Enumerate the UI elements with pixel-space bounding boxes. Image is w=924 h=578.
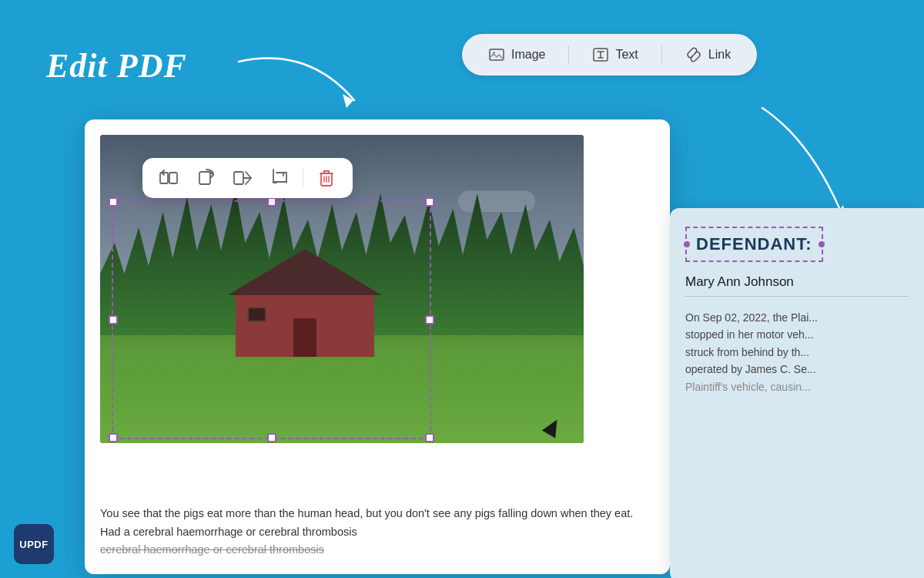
pdf-body-text: You see that the pigs eat more than the … <box>100 505 654 559</box>
toolbar-link-button[interactable]: Link <box>678 42 738 68</box>
toolbar-link-label: Link <box>708 48 731 62</box>
svg-rect-0 <box>490 49 504 60</box>
defendant-handle-right[interactable] <box>819 241 825 247</box>
barn <box>236 257 374 357</box>
toolbar: Image Text Link <box>462 34 757 76</box>
toolbar-text-label: Text <box>615 48 638 62</box>
right-panel: DEFENDANT: Mary Ann Johnson On Sep 02, 2… <box>670 208 924 578</box>
toolbar-separator-1 <box>568 45 569 64</box>
extract-button[interactable] <box>229 164 256 192</box>
svg-rect-4 <box>169 173 177 183</box>
barn-window <box>247 307 266 322</box>
pdf-text-content: You see that the pigs eat more than the … <box>100 507 633 537</box>
toolbar-image-label: Image <box>511 48 545 62</box>
toolbar-text-button[interactable]: Text <box>584 42 645 68</box>
delete-button[interactable] <box>313 164 340 192</box>
page-title: Edit PDF <box>46 46 187 86</box>
defendant-handle-left[interactable] <box>684 241 690 247</box>
svg-rect-6 <box>234 172 243 184</box>
svg-rect-5 <box>199 172 210 184</box>
defendant-label: DEFENDANT: <box>696 234 812 254</box>
link-icon <box>685 46 702 63</box>
image-toolbar <box>142 158 353 198</box>
defendant-box: DEFENDANT: <box>685 227 823 262</box>
cloud-3 <box>458 190 535 212</box>
pdf-strikethrough-text: cerebral haemorrhage or cerebral thrombo… <box>100 543 324 556</box>
rotate-right-button[interactable] <box>192 164 219 192</box>
barn-body <box>236 295 374 357</box>
defendant-name: Mary Ann Johnson <box>685 274 909 297</box>
legal-text-fade: Plaintiff's vehicle, causin... <box>685 381 811 393</box>
replace-button[interactable] <box>155 164 182 192</box>
legal-text: On Sep 02, 2022, the Plai... stopped in … <box>685 309 909 395</box>
barn-door <box>293 318 316 357</box>
text-icon <box>592 46 609 63</box>
toolbar-image-button[interactable]: Image <box>480 42 553 68</box>
pdf-image[interactable] <box>100 135 584 443</box>
image-icon <box>488 46 505 63</box>
toolbar-separator-2 <box>661 45 662 64</box>
crop-button[interactable] <box>266 164 293 192</box>
pdf-card: You see that the pigs eat more than the … <box>85 119 670 574</box>
toolbar-divider <box>303 168 303 188</box>
updf-logo[interactable]: UPDF <box>14 524 54 564</box>
